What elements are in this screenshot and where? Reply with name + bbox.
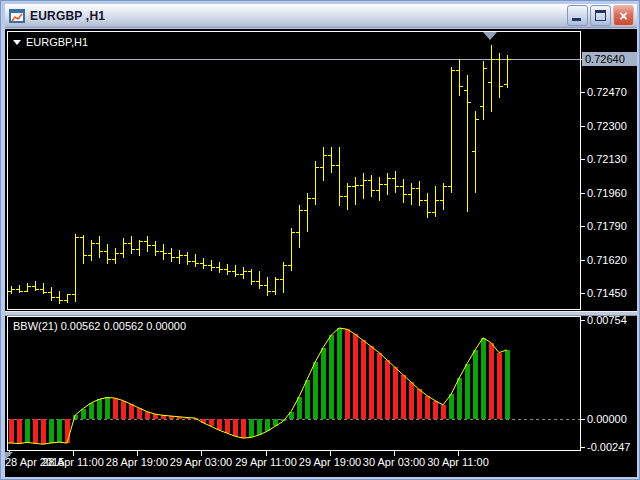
histogram-bar (17, 419, 22, 444)
ohlc-bar (8, 286, 15, 294)
price-pane[interactable]: EURGBP,H1 (7, 31, 581, 310)
histogram-bar (369, 346, 374, 419)
histogram-bar (57, 419, 62, 442)
time-axis-label: 29 Apr 03:00 (165, 456, 237, 468)
ohlc-bar (48, 287, 55, 301)
indicator-axis-label: 0.00754 (587, 314, 627, 326)
time-axis-label: 30 Apr 11:00 (422, 456, 494, 468)
indicator-pane[interactable]: BBW(21) 0.00562 0.00562 0.00000 (7, 316, 581, 451)
symbol-label-text: EURGBP,H1 (26, 36, 88, 48)
ohlc-bar (160, 244, 167, 260)
ohlc-bar (408, 183, 415, 205)
ohlc-bar (272, 277, 279, 295)
ohlc-bar (320, 147, 327, 180)
histogram-bar (361, 340, 366, 419)
histogram-bar (121, 401, 126, 419)
histogram-bar (313, 362, 318, 419)
minimize-icon (572, 18, 581, 21)
ohlc-bar (184, 252, 191, 266)
histogram-bar (353, 334, 358, 419)
histogram-bar (417, 389, 422, 419)
ohlc-bar (208, 260, 215, 272)
histogram-bar (217, 419, 222, 430)
indicator-axis-label: -0.00247 (587, 441, 630, 453)
histogram-bar (433, 401, 438, 419)
price-axis-label: 0.71790 (587, 220, 627, 232)
ohlc-bar (376, 177, 383, 201)
ohlc-bar (368, 175, 375, 197)
ohlc-bar (120, 238, 127, 258)
ohlc-bar (136, 240, 143, 256)
ohlc-bar (304, 193, 311, 232)
chart-shift-marker[interactable] (483, 32, 497, 40)
time-axis-label: 30 Apr 03:00 (358, 456, 430, 468)
ohlc-bar (80, 235, 87, 264)
ohlc-bar (464, 75, 471, 213)
ohlc-bar (232, 265, 239, 277)
ohlc-bar (288, 228, 295, 271)
histogram-bar (337, 328, 342, 419)
histogram-bar (465, 364, 470, 419)
price-axis-tick (581, 159, 585, 160)
mt4-chart-window: EURGBP ,H1 × EURGBP,H1 0.724700.723000.7… (0, 0, 640, 480)
ohlc-bar (504, 55, 511, 88)
indicator-label: BBW(21) 0.00562 0.00562 0.00000 (13, 320, 186, 332)
price-axis-label: 0.72470 (587, 86, 627, 98)
histogram-bar (33, 419, 38, 443)
histogram-bar (129, 404, 134, 419)
ohlc-bar (224, 264, 231, 276)
ohlc-bar (128, 236, 135, 254)
ohlc-bar (144, 236, 151, 252)
maximize-icon (595, 10, 606, 21)
ohlc-bar (448, 67, 455, 193)
ohlc-bar (296, 205, 303, 248)
ohlc-bar (496, 53, 503, 98)
ohlc-bar (328, 147, 335, 174)
histogram-bar (345, 329, 350, 419)
ohlc-bar (168, 248, 175, 262)
ohlc-bar (16, 285, 23, 293)
time-axis[interactable]: 28 Apr 201528 Apr 11:0028 Apr 19:0029 Ap… (5, 453, 637, 475)
histogram-bar (449, 394, 454, 419)
ohlc-bar (104, 244, 111, 264)
symbol-label: EURGBP,H1 (13, 36, 88, 48)
price-chart-canvas (8, 32, 580, 309)
ohlc-bar (488, 45, 495, 112)
ohlc-bar (24, 283, 31, 292)
histogram-bar (225, 419, 230, 433)
close-button[interactable]: × (613, 5, 634, 26)
title-bar[interactable]: EURGBP ,H1 × (5, 4, 637, 28)
indicator-canvas (8, 317, 580, 450)
minimize-button[interactable] (567, 5, 588, 26)
histogram-bar (249, 419, 254, 437)
ohlc-bar (200, 258, 207, 270)
price-axis-label: 0.71960 (587, 187, 627, 199)
histogram-bar (257, 419, 262, 435)
histogram-bar (425, 396, 430, 419)
histogram-bar (505, 350, 510, 419)
maximize-button[interactable] (590, 5, 611, 26)
ohlc-bar (152, 241, 159, 256)
ohlc-bar (40, 283, 47, 294)
histogram-bar (441, 405, 446, 419)
ohlc-bar (248, 269, 255, 285)
histogram-bar (481, 338, 486, 419)
histogram-bar (409, 382, 414, 419)
time-axis-label: 28 Apr 19:00 (101, 456, 173, 468)
ohlc-bar (256, 271, 263, 289)
chart-icon (9, 9, 25, 23)
ohlc-bar (192, 254, 199, 268)
ohlc-bar (112, 248, 119, 264)
chevron-down-icon[interactable] (13, 40, 21, 45)
histogram-bar (49, 419, 54, 443)
histogram-bar (105, 397, 110, 419)
ohlc-bar (240, 267, 247, 279)
price-axis-tick (581, 226, 585, 227)
ohlc-bar (336, 147, 343, 207)
indicator-axis-tick (581, 320, 585, 321)
ohlc-bar (360, 173, 367, 199)
time-axis-label: 28 Apr 11:00 (37, 456, 109, 468)
ohlc-bar (416, 181, 423, 207)
ohlc-bar (480, 61, 487, 120)
histogram-bar (25, 419, 30, 442)
